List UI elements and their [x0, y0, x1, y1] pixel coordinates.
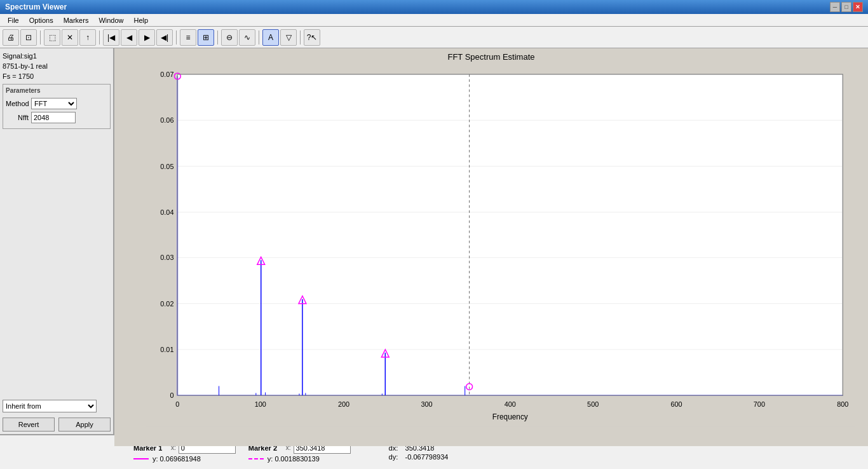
menu-options[interactable]: Options — [24, 15, 58, 25]
cursor-a-button[interactable]: A — [262, 29, 279, 46]
signal-label: Signal:sig1 — [3, 51, 111, 61]
svg-text:0.01: 0.01 — [160, 346, 173, 353]
svg-rect-1 — [177, 74, 843, 395]
svg-text:0.07: 0.07 — [160, 71, 173, 78]
signal-fs: Fs = 1750 — [3, 71, 111, 81]
signal-size: 8751-by-1 real — [3, 61, 111, 71]
delta-group: dx: 350.3418 dy: -0.067798934 — [389, 444, 449, 461]
svg-text:Frequency: Frequency — [492, 412, 528, 421]
matrix-button[interactable]: ⊞ — [198, 29, 214, 46]
toolbar-separator-3 — [176, 31, 177, 44]
method-row: Method FFT — [6, 98, 107, 109]
menu-file[interactable]: File — [3, 15, 24, 25]
apply-button[interactable]: Apply — [58, 418, 111, 432]
chart-area: FFT Spectrum Estimate 0.07 0.06 0.05 — [114, 48, 868, 434]
chart-container[interactable]: 0.07 0.06 0.05 0.04 0.03 0.02 0.01 — [114, 63, 868, 446]
svg-text:500: 500 — [587, 400, 599, 408]
marker-1-line-icon — [133, 458, 149, 459]
close-x-button[interactable]: ✕ — [62, 29, 78, 46]
svg-text:0.06: 0.06 — [160, 116, 173, 124]
inherit-row: Inherit from — [3, 400, 111, 412]
toolbar-separator-2 — [99, 31, 100, 44]
marker-2-y-value: y: 0.0018830139 — [268, 455, 320, 463]
inherit-select[interactable]: Inherit from — [3, 400, 97, 412]
close-button[interactable]: ✕ — [853, 2, 863, 12]
nfft-input[interactable] — [31, 112, 76, 123]
svg-text:0: 0 — [170, 391, 173, 399]
action-buttons: Revert Apply — [3, 418, 111, 432]
titlebar: Spectrum Viewer ─ □ ✕ — [0, 0, 868, 14]
svg-text:0: 0 — [175, 400, 179, 408]
lines-button[interactable]: ≡ — [180, 29, 196, 46]
svg-text:0.04: 0.04 — [160, 208, 173, 216]
svg-text:200: 200 — [338, 400, 349, 408]
marker-1-y-row: y: 0.069681948 — [133, 455, 236, 463]
signal-info: Signal:sig1 8751-by-1 real Fs = 1750 — [3, 51, 111, 81]
titlebar-title: Spectrum Viewer — [5, 3, 67, 11]
left-panel: Signal:sig1 8751-by-1 real Fs = 1750 Par… — [0, 48, 114, 434]
svg-text:400: 400 — [505, 400, 516, 408]
arrow-up-button[interactable]: ↑ — [79, 29, 96, 46]
chart-title: FFT Spectrum Estimate — [114, 48, 868, 63]
menu-window[interactable]: Window — [93, 15, 128, 25]
back-button[interactable]: ◀| — [156, 29, 173, 46]
nfft-label: Nfft — [6, 114, 29, 121]
toolbar-separator-6 — [300, 31, 301, 44]
panel-spacer — [3, 132, 111, 400]
parameters-title: Parameters — [6, 87, 107, 94]
menubar: File Options Markers Window Help — [0, 14, 868, 27]
minimize-button[interactable]: ─ — [830, 2, 840, 12]
chart-svg: 0.07 0.06 0.05 0.04 0.03 0.02 0.01 — [146, 68, 855, 427]
menu-help[interactable]: Help — [129, 15, 154, 25]
dy-label: dy: — [389, 453, 402, 461]
titlebar-controls: ─ □ ✕ — [830, 2, 863, 12]
svg-text:700: 700 — [754, 400, 765, 408]
svg-text:800: 800 — [837, 400, 848, 408]
method-select[interactable]: FFT — [31, 98, 77, 109]
zoom-out-button[interactable]: ⊖ — [221, 29, 238, 46]
select-button[interactable]: ⬚ — [44, 29, 60, 46]
menu-markers[interactable]: Markers — [58, 15, 94, 25]
toolbar: 🖨 ⊡ ⬚ ✕ ↑ |◀ ◀ ▶ ◀| ≡ ⊞ ⊖ ∿ A ▽ ?↖ — [0, 27, 868, 48]
revert-button[interactable]: Revert — [3, 418, 55, 432]
toolbar-separator-1 — [40, 31, 41, 44]
toolbar-separator-5 — [259, 31, 259, 44]
print-button[interactable]: 🖨 — [3, 29, 19, 46]
svg-text:0.02: 0.02 — [160, 300, 173, 308]
dy-row: dy: -0.067798934 — [389, 453, 449, 461]
marker-1-y-value: y: 0.069681948 — [153, 455, 201, 463]
svg-text:0.05: 0.05 — [160, 163, 173, 170]
maximize-button[interactable]: □ — [841, 2, 851, 12]
dy-value: -0.067798934 — [405, 453, 449, 461]
method-label: Method — [6, 100, 29, 107]
main-content: Signal:sig1 8751-by-1 real Fs = 1750 Par… — [0, 48, 868, 434]
svg-text:600: 600 — [670, 400, 682, 408]
marker-2-y-row: y: 0.0018830139 — [248, 455, 351, 463]
next-button[interactable]: ▶ — [139, 29, 155, 46]
zoom-fit-button[interactable]: ⊡ — [20, 29, 37, 46]
goto-start-button[interactable]: |◀ — [103, 29, 119, 46]
nfft-row: Nfft — [6, 112, 107, 123]
cursor-down-button[interactable]: ▽ — [280, 29, 297, 46]
marker-2-line-icon — [248, 458, 264, 459]
parameters-group: Parameters Method FFT Nfft — [3, 84, 111, 129]
wave-button[interactable]: ∿ — [239, 29, 255, 46]
toolbar-separator-4 — [217, 31, 218, 44]
svg-text:100: 100 — [255, 400, 266, 408]
help-cursor-button[interactable]: ?↖ — [304, 29, 320, 46]
svg-text:0.03: 0.03 — [160, 254, 173, 261]
prev-button[interactable]: ◀ — [121, 29, 137, 46]
svg-text:300: 300 — [421, 400, 432, 408]
